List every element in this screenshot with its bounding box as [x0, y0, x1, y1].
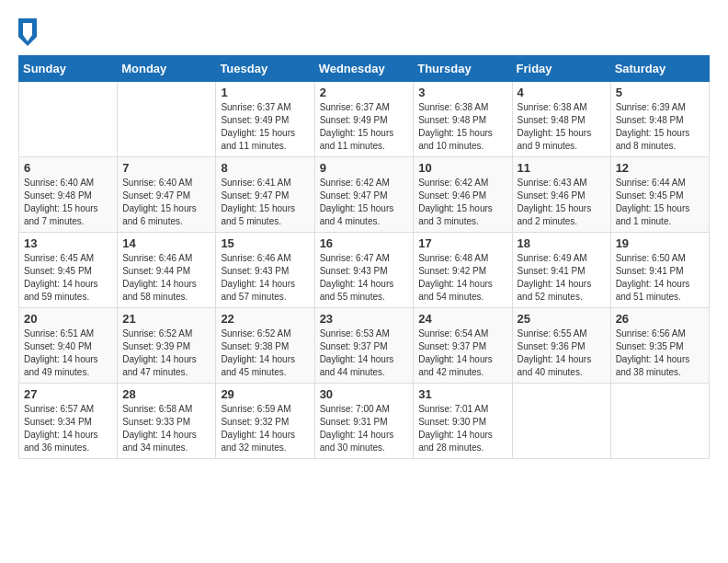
- weekday-header: Wednesday: [314, 56, 414, 82]
- calendar-week-row: 20Sunrise: 6:51 AMSunset: 9:40 PMDayligh…: [19, 308, 710, 384]
- day-info: Sunrise: 6:49 AMSunset: 9:41 PMDaylight:…: [518, 252, 606, 304]
- day-number: 19: [616, 236, 704, 250]
- day-number: 22: [221, 312, 309, 326]
- calendar-week-row: 1Sunrise: 6:37 AMSunset: 9:49 PMDaylight…: [19, 82, 710, 157]
- calendar-table: SundayMondayTuesdayWednesdayThursdayFrid…: [18, 55, 710, 459]
- calendar-day-cell: 10Sunrise: 6:42 AMSunset: 9:46 PMDayligh…: [414, 157, 512, 233]
- day-number: 29: [221, 387, 309, 401]
- calendar-day-cell: 21Sunrise: 6:52 AMSunset: 9:39 PMDayligh…: [118, 308, 216, 384]
- day-number: 1: [221, 86, 309, 99]
- day-info: Sunrise: 6:39 AMSunset: 9:48 PMDaylight:…: [616, 101, 704, 153]
- calendar-day-cell: 29Sunrise: 6:59 AMSunset: 9:32 PMDayligh…: [216, 384, 314, 459]
- calendar-day-cell: 28Sunrise: 6:58 AMSunset: 9:33 PMDayligh…: [118, 384, 216, 459]
- day-info: Sunrise: 6:54 AMSunset: 9:37 PMDaylight:…: [418, 327, 506, 379]
- day-info: Sunrise: 6:43 AMSunset: 9:46 PMDaylight:…: [518, 177, 606, 228]
- day-info: Sunrise: 6:50 AMSunset: 9:41 PMDaylight:…: [616, 252, 704, 304]
- day-number: 17: [418, 236, 506, 250]
- calendar-day-cell: 20Sunrise: 6:51 AMSunset: 9:40 PMDayligh…: [19, 308, 118, 384]
- day-info: Sunrise: 6:48 AMSunset: 9:42 PMDaylight:…: [418, 252, 506, 304]
- weekday-header: Saturday: [610, 56, 709, 82]
- calendar-day-cell: 3Sunrise: 6:38 AMSunset: 9:48 PMDaylight…: [414, 82, 512, 157]
- day-number: 16: [320, 236, 409, 250]
- day-info: Sunrise: 6:40 AMSunset: 9:48 PMDaylight:…: [24, 177, 112, 228]
- day-number: 15: [221, 236, 309, 250]
- calendar-day-cell: 26Sunrise: 6:56 AMSunset: 9:35 PMDayligh…: [610, 308, 709, 384]
- calendar-day-cell: 22Sunrise: 6:52 AMSunset: 9:38 PMDayligh…: [216, 308, 314, 384]
- day-number: 13: [24, 236, 112, 250]
- day-info: Sunrise: 6:46 AMSunset: 9:44 PMDaylight:…: [122, 252, 210, 304]
- calendar-day-cell: 9Sunrise: 6:42 AMSunset: 9:47 PMDaylight…: [314, 157, 414, 233]
- calendar-day-cell: 8Sunrise: 6:41 AMSunset: 9:47 PMDaylight…: [216, 157, 314, 233]
- calendar-week-row: 27Sunrise: 6:57 AMSunset: 9:34 PMDayligh…: [19, 384, 710, 459]
- day-info: Sunrise: 6:46 AMSunset: 9:43 PMDaylight:…: [221, 252, 309, 304]
- day-info: Sunrise: 6:38 AMSunset: 9:48 PMDaylight:…: [418, 101, 506, 153]
- day-number: 14: [122, 236, 210, 250]
- day-number: 23: [320, 312, 409, 326]
- calendar-day-cell: 13Sunrise: 6:45 AMSunset: 9:45 PMDayligh…: [19, 233, 118, 308]
- day-number: 5: [616, 86, 704, 99]
- calendar-day-cell: 27Sunrise: 6:57 AMSunset: 9:34 PMDayligh…: [19, 384, 118, 459]
- page-header: [18, 18, 710, 46]
- calendar-day-cell: 2Sunrise: 6:37 AMSunset: 9:49 PMDaylight…: [314, 82, 414, 157]
- calendar-day-cell: 17Sunrise: 6:48 AMSunset: 9:42 PMDayligh…: [414, 233, 512, 308]
- calendar-day-cell: 19Sunrise: 6:50 AMSunset: 9:41 PMDayligh…: [610, 233, 709, 308]
- day-info: Sunrise: 6:56 AMSunset: 9:35 PMDaylight:…: [616, 327, 704, 379]
- weekday-header: Friday: [512, 56, 610, 82]
- day-info: Sunrise: 6:40 AMSunset: 9:47 PMDaylight:…: [122, 177, 210, 228]
- day-info: Sunrise: 6:53 AMSunset: 9:37 PMDaylight:…: [320, 327, 409, 379]
- weekday-header: Tuesday: [216, 56, 314, 82]
- day-info: Sunrise: 7:01 AMSunset: 9:30 PMDaylight:…: [418, 403, 506, 454]
- calendar-day-cell: 5Sunrise: 6:39 AMSunset: 9:48 PMDaylight…: [610, 82, 709, 157]
- calendar-day-cell: 7Sunrise: 6:40 AMSunset: 9:47 PMDaylight…: [118, 157, 216, 233]
- calendar-day-cell: 30Sunrise: 7:00 AMSunset: 9:31 PMDayligh…: [314, 384, 414, 459]
- day-number: 25: [518, 312, 606, 326]
- day-info: Sunrise: 6:44 AMSunset: 9:45 PMDaylight:…: [616, 177, 704, 228]
- calendar-day-cell: 4Sunrise: 6:38 AMSunset: 9:48 PMDaylight…: [512, 82, 610, 157]
- day-number: 2: [320, 86, 409, 99]
- calendar-day-cell: 6Sunrise: 6:40 AMSunset: 9:48 PMDaylight…: [19, 157, 118, 233]
- calendar-day-cell: [610, 384, 709, 459]
- calendar-day-cell: 14Sunrise: 6:46 AMSunset: 9:44 PMDayligh…: [118, 233, 216, 308]
- day-info: Sunrise: 6:47 AMSunset: 9:43 PMDaylight:…: [320, 252, 409, 304]
- day-number: 30: [320, 387, 409, 401]
- day-info: Sunrise: 6:55 AMSunset: 9:36 PMDaylight:…: [518, 327, 606, 379]
- day-number: 6: [24, 161, 112, 175]
- calendar-day-cell: 16Sunrise: 6:47 AMSunset: 9:43 PMDayligh…: [314, 233, 414, 308]
- day-number: 21: [122, 312, 210, 326]
- calendar-day-cell: [19, 82, 118, 157]
- weekday-header: Thursday: [414, 56, 512, 82]
- calendar-day-cell: 23Sunrise: 6:53 AMSunset: 9:37 PMDayligh…: [314, 308, 414, 384]
- day-number: 27: [24, 387, 112, 401]
- day-info: Sunrise: 6:45 AMSunset: 9:45 PMDaylight:…: [24, 252, 112, 304]
- day-info: Sunrise: 6:37 AMSunset: 9:49 PMDaylight:…: [221, 101, 309, 153]
- day-number: 9: [320, 161, 409, 175]
- calendar-day-cell: 18Sunrise: 6:49 AMSunset: 9:41 PMDayligh…: [512, 233, 610, 308]
- day-number: 18: [518, 236, 606, 250]
- day-number: 7: [122, 161, 210, 175]
- calendar-day-cell: [118, 82, 216, 157]
- calendar-day-cell: 1Sunrise: 6:37 AMSunset: 9:49 PMDaylight…: [216, 82, 314, 157]
- day-info: Sunrise: 6:58 AMSunset: 9:33 PMDaylight:…: [122, 403, 210, 454]
- day-info: Sunrise: 6:42 AMSunset: 9:47 PMDaylight:…: [320, 177, 409, 228]
- day-number: 10: [418, 161, 506, 175]
- calendar-day-cell: 15Sunrise: 6:46 AMSunset: 9:43 PMDayligh…: [216, 233, 314, 308]
- day-number: 8: [221, 161, 309, 175]
- day-info: Sunrise: 6:42 AMSunset: 9:46 PMDaylight:…: [418, 177, 506, 228]
- day-number: 4: [518, 86, 606, 99]
- day-number: 31: [418, 387, 506, 401]
- calendar-day-cell: 25Sunrise: 6:55 AMSunset: 9:36 PMDayligh…: [512, 308, 610, 384]
- day-number: 11: [518, 161, 606, 175]
- day-info: Sunrise: 6:51 AMSunset: 9:40 PMDaylight:…: [24, 327, 112, 379]
- day-info: Sunrise: 6:57 AMSunset: 9:34 PMDaylight:…: [24, 403, 112, 454]
- day-number: 3: [418, 86, 506, 99]
- day-number: 20: [24, 312, 112, 326]
- day-number: 26: [616, 312, 704, 326]
- day-info: Sunrise: 6:41 AMSunset: 9:47 PMDaylight:…: [221, 177, 309, 228]
- calendar-header-row: SundayMondayTuesdayWednesdayThursdayFrid…: [19, 56, 710, 82]
- day-info: Sunrise: 7:00 AMSunset: 9:31 PMDaylight:…: [320, 403, 409, 454]
- day-info: Sunrise: 6:59 AMSunset: 9:32 PMDaylight:…: [221, 403, 309, 454]
- day-number: 24: [418, 312, 506, 326]
- calendar-day-cell: 24Sunrise: 6:54 AMSunset: 9:37 PMDayligh…: [414, 308, 512, 384]
- day-info: Sunrise: 6:52 AMSunset: 9:39 PMDaylight:…: [122, 327, 210, 379]
- day-info: Sunrise: 6:37 AMSunset: 9:49 PMDaylight:…: [320, 101, 409, 153]
